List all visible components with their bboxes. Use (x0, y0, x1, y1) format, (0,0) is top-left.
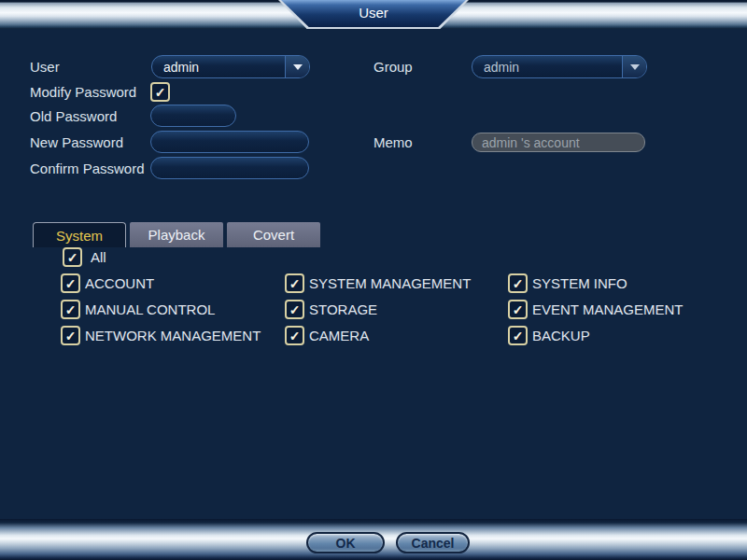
check-icon: ✓ (289, 329, 301, 343)
check-icon: ✓ (513, 303, 524, 316)
permission-label-backup: BACKUP (532, 328, 590, 343)
memo-label: Memo (374, 134, 413, 150)
permission-label-account: ACCOUNT (85, 275, 154, 291)
group-dropdown-value: admin (472, 60, 622, 75)
check-icon: ✓ (513, 277, 524, 290)
confirm-password-field[interactable] (150, 157, 309, 179)
memo-field: admin 's account (472, 133, 645, 152)
check-icon: ✓ (289, 303, 301, 316)
confirm-password-label: Confirm Password (30, 161, 145, 176)
permission-checkbox-backup[interactable]: ✓ (508, 326, 528, 345)
new-password-field[interactable] (150, 131, 309, 153)
permission-all-checkbox[interactable]: ✓ (63, 247, 82, 267)
memo-value: admin 's account (472, 135, 580, 150)
check-icon: ✓ (289, 277, 301, 290)
chevron-down-icon (630, 64, 640, 70)
user-dropdown-value: admin (152, 60, 285, 75)
permission-label-camera: CAMERA (309, 328, 369, 343)
old-password-field[interactable] (150, 105, 236, 127)
permission-label-manual-control: MANUAL CONTROL (85, 301, 215, 317)
group-label: Group (374, 59, 413, 75)
page-title: User (359, 5, 388, 22)
check-icon: ✓ (155, 86, 166, 99)
permission-checkbox-storage[interactable]: ✓ (285, 300, 304, 319)
permission-label-storage: STORAGE (309, 301, 377, 317)
permission-checkbox-camera[interactable]: ✓ (285, 326, 304, 345)
check-icon: ✓ (65, 277, 77, 290)
permission-checkbox-system-management[interactable]: ✓ (285, 273, 304, 293)
old-password-label: Old Password (30, 108, 117, 124)
permission-checkbox-event-management[interactable]: ✓ (508, 300, 528, 319)
permission-all-label: All (91, 249, 106, 265)
title-tab: User (281, 0, 466, 27)
modify-password-label: Modify Password (30, 84, 136, 100)
group-dropdown-arrow[interactable] (622, 56, 646, 77)
chevron-down-icon (293, 64, 303, 70)
user-dropdown[interactable]: admin (151, 55, 310, 78)
permission-label-network-management: NETWORK MANAGEMENT (85, 328, 261, 343)
check-icon: ✓ (65, 303, 77, 316)
permission-checkbox-network-management[interactable]: ✓ (61, 326, 80, 345)
permission-checkbox-system-info[interactable]: ✓ (508, 273, 528, 293)
cancel-button[interactable]: Cancel (396, 532, 470, 553)
user-label: User (30, 59, 60, 75)
tab-covert[interactable]: Covert (227, 222, 320, 247)
tab-system[interactable]: System (33, 222, 126, 247)
permission-label-system-management: SYSTEM MANAGEMENT (309, 275, 471, 291)
user-dropdown-arrow[interactable] (285, 56, 309, 77)
permission-checkbox-account[interactable]: ✓ (61, 273, 80, 293)
permission-label-event-management: EVENT MANAGEMENT (532, 301, 683, 317)
user-dialog: User User admin Group admin Modify Passw… (0, 0, 747, 560)
check-icon: ✓ (513, 329, 524, 343)
permission-label-system-info: SYSTEM INFO (532, 275, 627, 291)
tab-playback[interactable]: Playback (130, 222, 223, 247)
check-icon: ✓ (65, 329, 77, 343)
permission-checkbox-manual-control[interactable]: ✓ (61, 300, 80, 319)
group-dropdown[interactable]: admin (472, 55, 647, 78)
ok-button[interactable]: OK (306, 532, 385, 553)
check-icon: ✓ (67, 251, 78, 264)
modify-password-checkbox[interactable]: ✓ (150, 82, 170, 102)
new-password-label: New Password (30, 134, 123, 150)
